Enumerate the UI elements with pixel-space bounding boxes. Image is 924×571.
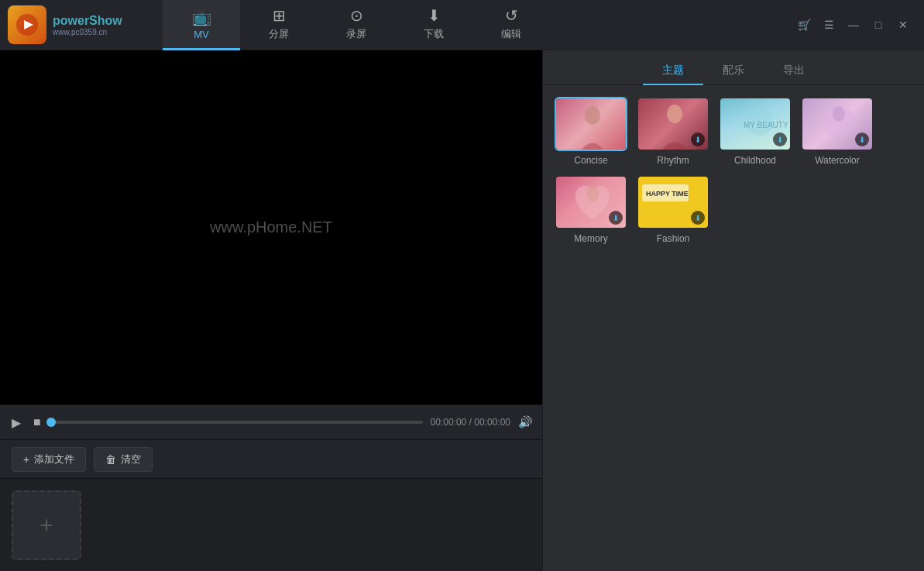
theme-fashion-thumb: HAPPY TIME ⬇ — [637, 175, 709, 229]
tab-export-label: 导出 — [783, 64, 805, 76]
watercolor-download-badge: ⬇ — [855, 132, 869, 146]
main-content: www.pHome.NET ▶ ■ 00:00:00 / 00:00:00 🔊 … — [0, 50, 924, 571]
svg-point-3 — [667, 105, 682, 123]
add-icon: + — [23, 453, 29, 466]
tab-theme-label: 主题 — [662, 64, 684, 76]
rhythm-download-badge: ⬇ — [691, 132, 705, 146]
logo-url: www.pc0359.cn — [53, 28, 122, 36]
left-panel: www.pHome.NET ▶ ■ 00:00:00 / 00:00:00 🔊 … — [0, 50, 542, 571]
close-button[interactable]: ✕ — [894, 15, 912, 34]
cart-button[interactable]: 🛒 — [795, 15, 813, 34]
theme-watercolor[interactable]: ⬇ Watercolor — [801, 97, 874, 166]
svg-point-8 — [586, 186, 599, 201]
logo-title: powerShow — [53, 14, 122, 28]
fashion-download-badge: ⬇ — [691, 211, 705, 225]
theme-memory[interactable]: ⬇ Memory — [555, 175, 627, 244]
volume-button[interactable]: 🔊 — [518, 415, 533, 429]
themes-grid: Concise ⬇ Rhythm — [543, 85, 924, 256]
edit-icon: ↺ — [505, 6, 518, 25]
nav-tabs: 📺 MV ⊞ 分屏 ⊙ 录屏 ⬇ 下载 ↺ 编辑 — [163, 0, 795, 50]
progress-thumb — [46, 418, 56, 427]
split-icon: ⊞ — [273, 6, 286, 25]
nav-tab-edit[interactable]: ↺ 编辑 — [472, 0, 550, 50]
logo-icon — [8, 5, 46, 44]
theme-memory-thumb: ⬇ — [555, 175, 627, 229]
right-tabs: 主题 配乐 导出 — [543, 50, 924, 85]
tab-music[interactable]: 配乐 — [703, 57, 764, 85]
nav-tab-split[interactable]: ⊞ 分屏 — [240, 0, 318, 50]
theme-fashion-label: Fashion — [657, 233, 690, 244]
nav-tab-download[interactable]: ⬇ 下载 — [395, 0, 472, 50]
add-file-box[interactable]: + — [12, 490, 81, 560]
theme-concise-image — [556, 98, 626, 150]
stop-button[interactable]: ■ — [31, 413, 43, 432]
nav-tab-screen-label: 录屏 — [346, 27, 366, 41]
nav-tab-screen[interactable]: ⊙ 录屏 — [318, 0, 395, 50]
svg-point-7 — [833, 106, 845, 122]
theme-concise-label: Concise — [574, 155, 607, 166]
tab-export[interactable]: 导出 — [764, 57, 824, 85]
nav-tab-split-label: 分屏 — [269, 27, 289, 41]
video-watermark: www.pHome.NET — [210, 218, 332, 236]
memory-download-badge: ⬇ — [609, 211, 623, 225]
theme-watercolor-thumb: ⬇ — [801, 97, 874, 151]
theme-rhythm-label: Rhythm — [657, 155, 689, 166]
theme-childhood-thumb: MY BEAUTY PHOTO ⬇ — [719, 97, 792, 151]
logo-text-area: powerShow www.pc0359.cn — [53, 14, 122, 36]
right-panel: 主题 配乐 导出 — [542, 50, 924, 571]
theme-childhood-label: Childhood — [734, 155, 776, 166]
titlebar: powerShow www.pc0359.cn 📺 MV ⊞ 分屏 ⊙ 录屏 ⬇… — [0, 0, 924, 50]
tab-music-label: 配乐 — [723, 64, 744, 76]
bottom-toolbar: + 添加文件 🗑 清空 — [0, 439, 542, 478]
svg-text:MY BEAUTY PHOTO: MY BEAUTY PHOTO — [744, 121, 792, 129]
minimize-button[interactable]: — — [844, 15, 863, 34]
add-file-plus-icon: + — [40, 512, 53, 538]
nav-tab-mv-label: MV — [194, 29, 209, 40]
theme-childhood[interactable]: MY BEAUTY PHOTO ⬇ Childhood — [719, 97, 792, 166]
play-button[interactable]: ▶ — [9, 413, 23, 432]
screen-icon: ⊙ — [350, 6, 363, 25]
trash-icon: 🗑 — [105, 453, 116, 466]
nav-tab-mv[interactable]: 📺 MV — [163, 0, 240, 50]
theme-rhythm-thumb: ⬇ — [637, 97, 709, 151]
childhood-download-badge: ⬇ — [773, 132, 787, 146]
nav-tab-download-label: 下载 — [424, 27, 444, 41]
tab-theme[interactable]: 主题 — [643, 57, 703, 85]
clear-button[interactable]: 🗑 清空 — [94, 447, 153, 472]
theme-memory-label: Memory — [574, 233, 607, 244]
video-container: www.pHome.NET — [0, 50, 542, 404]
add-file-label: 添加文件 — [34, 452, 74, 466]
window-controls: 🛒 ☰ — □ ✕ — [795, 15, 924, 34]
logo-area: powerShow www.pc0359.cn — [0, 5, 163, 44]
theme-rhythm[interactable]: ⬇ Rhythm — [637, 97, 709, 166]
time-current: 00:00:00 — [431, 417, 467, 428]
progress-bar[interactable] — [51, 421, 423, 424]
list-button[interactable]: ☰ — [819, 15, 838, 34]
nav-tab-edit-label: 编辑 — [501, 27, 521, 41]
svg-point-2 — [585, 106, 600, 125]
file-strip: + — [0, 478, 542, 571]
add-file-button[interactable]: + 添加文件 — [12, 447, 86, 472]
maximize-button[interactable]: □ — [869, 15, 888, 34]
theme-watercolor-label: Watercolor — [815, 155, 860, 166]
theme-fashion[interactable]: HAPPY TIME ⬇ Fashion — [637, 175, 709, 244]
time-total: 00:00:00 — [474, 417, 510, 428]
time-display: 00:00:00 / 00:00:00 — [431, 417, 510, 428]
theme-concise-thumb — [555, 97, 627, 151]
theme-concise[interactable]: Concise — [555, 97, 627, 166]
video-controls: ▶ ■ 00:00:00 / 00:00:00 🔊 — [0, 404, 542, 439]
mv-icon: 📺 — [192, 8, 211, 26]
clear-label: 清空 — [121, 452, 141, 466]
svg-text:HAPPY TIME: HAPPY TIME — [646, 190, 689, 198]
download-icon: ⬇ — [428, 6, 441, 25]
